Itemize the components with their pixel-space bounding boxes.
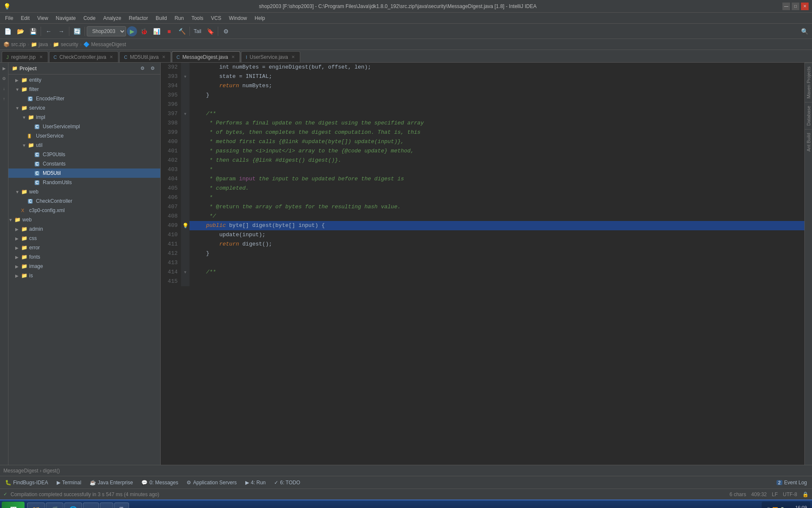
menu-item-navigate[interactable]: Navigate [52, 14, 79, 22]
menu-item-build[interactable]: Build [152, 14, 170, 22]
tab-messagedigest-close[interactable]: ✕ [230, 54, 236, 60]
close-button[interactable]: ✕ [801, 3, 809, 10]
left-icon-structure[interactable]: ▶ [0, 64, 8, 72]
taskbar-media[interactable]: 🎵 [46, 502, 63, 508]
bookmark-button[interactable]: 🔖 [204, 25, 216, 37]
tree-item-service[interactable]: ▼📁service [8, 103, 160, 113]
tree-item-userservice[interactable]: IUserService [8, 131, 160, 141]
tree-item-c3p0utils[interactable]: CC3P0Utils [8, 150, 160, 159]
back-button[interactable]: ← [43, 25, 55, 37]
line-number: 403 [161, 165, 181, 174]
tree-item-image[interactable]: ▶📁image [8, 262, 160, 271]
tab-md5util[interactable]: C MD5Util.java ✕ [119, 51, 171, 62]
settings-button[interactable]: ⚙ [220, 25, 232, 37]
left-icon-down[interactable]: ↓ [0, 85, 8, 92]
tab-userservice-close[interactable]: ✕ [291, 54, 296, 60]
code-scroll[interactable]: 392 int numBytes = engineDigest(buf, off… [161, 63, 804, 465]
menu-item-code[interactable]: Code [80, 14, 99, 22]
new-file-button[interactable]: 📄 [2, 25, 14, 37]
tab-md5util-close[interactable]: ✕ [161, 54, 166, 60]
bc-srczip[interactable]: 📦 src.zip [3, 41, 26, 47]
tree-item-error[interactable]: ▶📁error [8, 243, 160, 252]
tab-messagedigest[interactable]: C MessageDigest.java ✕ [172, 51, 240, 62]
tree-label: MD5Util [43, 170, 61, 176]
terminal-btn[interactable]: ▶ Terminal [53, 478, 85, 488]
findbugs-btn[interactable]: 🐛 FindBugs-IDEA [2, 478, 52, 488]
tab-userservice[interactable]: I UserService.java ✕ [241, 51, 300, 62]
menu-item-file[interactable]: File [2, 14, 16, 22]
run-button[interactable]: ▶ [127, 26, 137, 36]
sync-button[interactable]: 🔄 [71, 25, 83, 37]
tree-item-util[interactable]: ▼📁util [8, 141, 160, 150]
menu-item-run[interactable]: Run [171, 14, 187, 22]
menu-item-help[interactable]: Help [251, 14, 269, 22]
taskbar-idea[interactable]: IJ [100, 502, 113, 508]
project-settings-btn[interactable]: ⚙ [148, 64, 157, 73]
run-with-coverage-button[interactable]: 📊 [151, 25, 162, 37]
bc-security[interactable]: 📁 security [53, 41, 78, 47]
line-number: 406 [161, 193, 181, 202]
tree-item-is[interactable]: ▶📁is [8, 271, 160, 280]
taskbar-sql[interactable]: 🗄 [114, 502, 129, 508]
minimize-button[interactable]: — [782, 3, 790, 10]
bc-java[interactable]: 📁 java [31, 41, 48, 47]
tree-item-css[interactable]: ▶📁css [8, 234, 160, 243]
stop-button[interactable]: ■ [163, 25, 175, 37]
taskbar-explorer[interactable]: 📁 [27, 502, 45, 508]
open-button[interactable]: 📂 [14, 25, 26, 37]
ant-build-panel[interactable]: Ant Build [805, 129, 812, 155]
status-position[interactable]: 409:32 [751, 491, 767, 497]
status-encoding[interactable]: UTF-8 [783, 491, 797, 497]
maven-projects-panel[interactable]: Maven Projects [805, 63, 812, 102]
build-button[interactable]: 🔨 [176, 25, 188, 37]
menu-item-edit[interactable]: Edit [17, 14, 33, 22]
menu-item-analyze[interactable]: Analyze [100, 14, 125, 22]
menu-item-window[interactable]: Window [225, 14, 250, 22]
app-servers-btn[interactable]: ⚙ Application Servers [183, 478, 240, 488]
maximize-button[interactable]: □ [792, 3, 799, 10]
forward-button[interactable]: → [55, 25, 67, 37]
todo-btn[interactable]: ✓ 6: TODO [271, 478, 304, 488]
tree-item-randomutils[interactable]: CRandomUtils [8, 178, 160, 187]
tree-item-web[interactable]: ▼📁web [8, 187, 160, 196]
save-all-button[interactable]: 💾 [27, 25, 39, 37]
left-icon-up[interactable]: ↑ [0, 95, 8, 102]
start-button[interactable]: ⊞ [2, 502, 25, 508]
tree-item-checkcontroller[interactable]: CCheckController [8, 196, 160, 206]
tree-item-impl[interactable]: ▼📁impl [8, 113, 160, 122]
database-panel[interactable]: Database [805, 102, 812, 129]
search-everywhere-button[interactable]: 🔍 [798, 25, 810, 37]
tab-register[interactable]: J register.jsp ✕ [2, 51, 48, 62]
tree-item-c3p0configxml[interactable]: Xc3p0-config.xml [8, 206, 160, 215]
event-log-btn[interactable]: 2 Event Log [773, 478, 810, 488]
project-sync-btn[interactable]: ⚙ [138, 64, 147, 73]
taskbar-ps[interactable]: Ps [83, 502, 99, 508]
menu-item-view[interactable]: View [34, 14, 52, 22]
tree-item-admin[interactable]: ▶📁admin [8, 224, 160, 234]
tree-item-filter[interactable]: ▼📁filter [8, 85, 160, 94]
run-config-dropdown[interactable]: Shop2003 [87, 26, 126, 36]
tree-item-constants[interactable]: CConstants [8, 159, 160, 168]
tail-button[interactable]: Tail [192, 25, 203, 37]
tree-item-fonts[interactable]: ▶📁fonts [8, 252, 160, 262]
messages-btn[interactable]: 💬 0: Messages [138, 478, 181, 488]
bulb-icon[interactable]: 💡 [182, 223, 189, 229]
tab-checkcontroller-close[interactable]: ✕ [109, 54, 114, 60]
menu-item-refactor[interactable]: Refactor [126, 14, 151, 22]
run-btn[interactable]: ▶ 4: Run [242, 478, 269, 488]
tree-item-entity[interactable]: ▶📁entity [8, 75, 160, 85]
java-enterprise-btn[interactable]: ☕ Java Enterprise [86, 478, 136, 488]
bc-messagedigest[interactable]: 🔷 MessageDigest [83, 41, 126, 47]
tree-item-userserviceimpl[interactable]: CUserServiceImpl [8, 122, 160, 131]
tree-item-encodefilter[interactable]: CEncodeFilter [8, 94, 160, 103]
tab-checkcontroller[interactable]: C CheckController.java ✕ [49, 51, 119, 62]
menu-item-vcs[interactable]: VCS [208, 14, 225, 22]
tree-item-web[interactable]: ▼📁web [8, 215, 160, 224]
tree-item-md5util[interactable]: CMD5Util [8, 168, 160, 178]
taskbar-chrome[interactable]: 🌐 [64, 502, 82, 508]
tab-register-close[interactable]: ✕ [38, 54, 44, 60]
debug-button[interactable]: 🐞 [138, 25, 150, 37]
menu-item-tools[interactable]: Tools [188, 14, 207, 22]
status-lf[interactable]: LF [772, 491, 778, 497]
left-icon-settings[interactable]: ⚙ [0, 75, 8, 82]
